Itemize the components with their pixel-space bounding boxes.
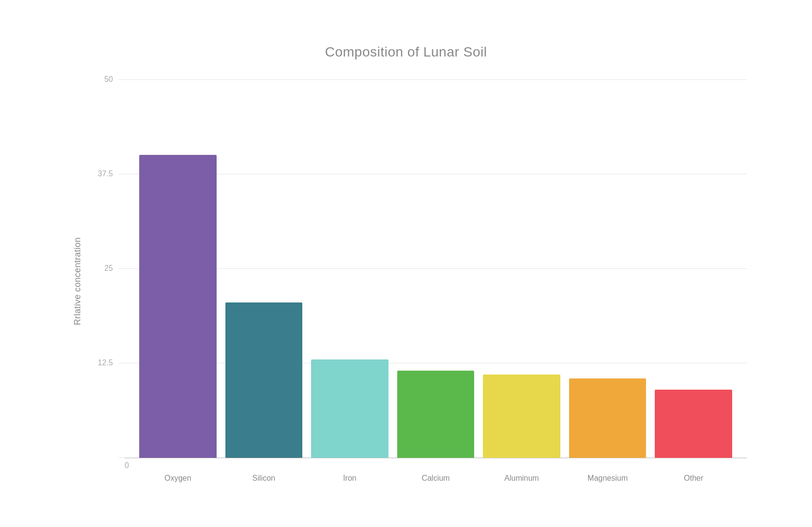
bar-other[interactable] [655,390,732,458]
x-label-silicon: Silicon [225,474,303,483]
bar-silicon[interactable] [225,302,303,458]
bars-container [125,79,747,458]
bar-calcium[interactable] [397,371,475,458]
bar-group-oxygen [139,79,217,458]
grid-label-125: 12.5 [94,359,119,367]
x-label-aluminum: Aluminum [483,474,560,483]
y-axis-label-container: Rrlative concentration [65,79,90,483]
x-label-magnesium: Magnesium [569,474,646,483]
grid-label-25: 25 [94,264,119,272]
zero-label-row: 0 [94,458,747,470]
bar-group-magnesium [569,79,646,458]
bar-group-iron [311,79,388,458]
grid-label-50: 50 [94,75,119,83]
x-axis-zero: 0 [119,458,129,470]
x-label-iron: Iron [311,474,388,483]
bar-iron[interactable] [311,359,388,458]
bar-group-calcium [397,79,475,458]
y-axis-label: Rrlative concentration [73,237,83,325]
bar-group-silicon [225,79,303,458]
grid-label-375: 37.5 [94,170,119,178]
bar-oxygen[interactable] [139,155,217,458]
bar-magnesium[interactable] [569,378,646,458]
chart-body: Rrlative concentration 50 37.5 [65,79,747,483]
bar-group-other [655,79,732,458]
plot-area: 50 37.5 25 12.5 [94,79,747,458]
x-label-oxygen: Oxygen [139,474,217,483]
bar-aluminum[interactable] [483,375,560,458]
x-labels-container: Oxygen Silicon Iron Calcium Aluminum Mag… [125,474,747,483]
gridlines-and-bars: 50 37.5 25 12.5 [94,79,747,458]
chart-area: 50 37.5 25 12.5 [94,79,747,483]
chart-title: Composition of Lunar Soil [325,44,487,60]
x-label-calcium: Calcium [397,474,475,483]
x-label-other: Other [655,474,732,483]
chart-container: Composition of Lunar Soil Rrlative conce… [65,44,747,483]
bar-group-aluminum [483,79,560,458]
